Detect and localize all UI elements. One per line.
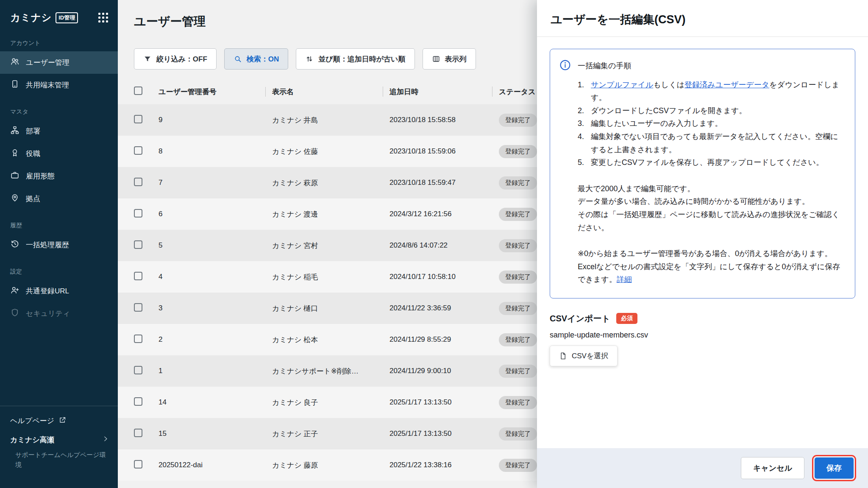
users-icon	[10, 57, 19, 68]
status-badge: 登録完了	[499, 427, 537, 441]
cell-added-at: 2025/1/22 13:38:16	[383, 461, 492, 469]
cell-user-id: 7	[159, 178, 265, 187]
sidebar-item-label: 役職	[26, 149, 40, 159]
sidebar-item-label: 雇用形態	[26, 171, 55, 181]
cell-display-name: カミナシ 良子	[265, 398, 383, 407]
cell-user-id: 2	[159, 335, 265, 344]
select-all-checkbox[interactable]	[134, 86, 142, 95]
status-badge: 登録完了	[499, 239, 537, 252]
cell-user-id: 6	[159, 210, 265, 218]
row-checkbox[interactable]	[134, 209, 142, 218]
csv-import-section: CSVインポート 必須 sample-update-members.csv CS…	[550, 313, 855, 366]
cell-display-name: カミナシ 宮村	[265, 241, 383, 251]
sidebar-item-batch-history[interactable]: 一括処理履歴	[0, 234, 118, 256]
org-chart-icon	[10, 125, 19, 137]
cell-display-name: カミナシサポート※削除…	[265, 366, 383, 376]
cell-display-name: カミナシ 樋口	[265, 304, 383, 313]
csv-select-button[interactable]: CSVを選択	[550, 346, 618, 366]
row-checkbox[interactable]	[134, 335, 142, 343]
sidebar-logo-row: カミナシ ID管理	[0, 10, 118, 28]
sort-button-label: 並び順：追加日時が古い順	[318, 54, 405, 64]
guide-note: 最大で2000人まで編集可能です。 データ量が多い場合、読み込みに時間がかかる可…	[578, 182, 844, 234]
guide-content: 一括編集の手順 1.サンプルファイルもしくは登録済みユーザーデータをダウンロード…	[578, 59, 844, 286]
filter-button-label: 絞り込み：OFF	[156, 54, 207, 64]
sidebar-item-departments[interactable]: 部署	[0, 120, 118, 142]
sidebar-item-user-management[interactable]: ユーザー管理	[0, 51, 118, 74]
status-badge: 登録完了	[499, 365, 537, 378]
cell-added-at: 2024/8/6 14:07:22	[383, 241, 492, 250]
sidebar-section-settings: 設定	[0, 256, 118, 280]
sort-icon	[305, 55, 314, 63]
apps-grid-icon[interactable]	[98, 13, 108, 23]
sidebar-item-security[interactable]: セキュリティ	[0, 302, 118, 325]
sidebar-item-employment-type[interactable]: 雇用形態	[0, 165, 118, 187]
cell-user-id: 3	[159, 304, 265, 312]
search-button[interactable]: 検索：ON	[224, 48, 289, 70]
sidebar-divider	[0, 406, 118, 406]
csv-filename: sample-update-members.csv	[550, 331, 855, 340]
drawer-footer: キャンセル 保存	[537, 448, 868, 488]
sidebar-item-roles[interactable]: 役職	[0, 142, 118, 165]
columns-button[interactable]: 表示列	[423, 48, 476, 70]
cancel-button[interactable]: キャンセル	[741, 457, 804, 479]
row-checkbox-cell	[118, 115, 159, 125]
row-checkbox-cell	[118, 460, 159, 471]
sample-file-link[interactable]: サンプルファイル	[591, 81, 653, 89]
row-checkbox[interactable]	[134, 303, 142, 312]
details-link[interactable]: 詳細	[617, 275, 632, 284]
map-pin-icon	[10, 193, 19, 204]
sidebar-section-master: マスタ	[0, 96, 118, 120]
registered-user-data-link[interactable]: 登録済みユーザーデータ	[684, 81, 769, 89]
cell-user-id: 5	[159, 241, 265, 250]
row-checkbox[interactable]	[134, 178, 142, 186]
cell-user-id: 8	[159, 147, 265, 156]
cell-user-id: 20250122-dai	[159, 461, 265, 469]
user-plus-icon	[10, 285, 19, 297]
sidebar-item-label: セキュリティ	[26, 309, 70, 318]
help-page-link[interactable]: ヘルプページ	[0, 411, 118, 431]
row-checkbox[interactable]	[134, 240, 142, 249]
sidebar-item-locations[interactable]: 拠点	[0, 187, 118, 210]
row-checkbox-cell	[118, 178, 159, 188]
row-checkbox[interactable]	[134, 460, 142, 468]
cell-added-at: 2025/1/17 13:13:50	[383, 398, 492, 407]
bulk-edit-csv-drawer: ユーザーを一括編集(CSV) 一括編集の手順 1.サンプルファイルもしくは登録済…	[537, 0, 868, 488]
cell-added-at: 2024/11/22 3:36:59	[383, 304, 492, 312]
sidebar-item-shared-devices[interactable]: 共用端末管理	[0, 74, 118, 96]
brand: カミナシ ID管理	[10, 11, 78, 24]
csv-import-header: CSVインポート 必須	[550, 313, 855, 324]
cell-user-id: 15	[159, 429, 265, 438]
cell-added-at: 2024/3/12 16:21:56	[383, 210, 492, 218]
search-button-label: 検索：ON	[247, 54, 279, 64]
sort-button[interactable]: 並び順：追加日時が古い順	[296, 48, 415, 70]
guide-step-5: 5.変更したCSVファイルを保存し、再度アップロードしてください。	[578, 156, 844, 169]
columns-button-label: 表示列	[445, 54, 467, 64]
row-checkbox[interactable]	[134, 272, 142, 280]
chevron-right-icon	[102, 435, 109, 445]
account-menu[interactable]: カミナシ高瀬	[0, 431, 118, 448]
row-checkbox-cell	[118, 397, 159, 408]
status-badge: 登録完了	[499, 270, 537, 284]
sidebar-item-common-registration-url[interactable]: 共通登録URL	[0, 280, 118, 302]
row-checkbox[interactable]	[134, 115, 142, 123]
filter-button[interactable]: 絞り込み：OFF	[134, 48, 217, 70]
row-checkbox-cell	[118, 209, 159, 220]
row-checkbox[interactable]	[134, 366, 142, 374]
save-button[interactable]: 保存	[815, 457, 854, 479]
csv-select-button-label: CSVを選択	[572, 351, 608, 361]
guide-step-2: 2.ダウンロードしたCSVファイルを開きます。	[578, 104, 844, 117]
cell-display-name: カミナシ 松本	[265, 335, 383, 345]
row-checkbox[interactable]	[134, 397, 142, 406]
app-root: カミナシ ID管理 アカウント ユーザー管理 共用端末管理 マスタ 部署 役職 …	[0, 0, 868, 488]
row-checkbox-cell	[118, 146, 159, 157]
guide-step-3: 3.編集したいユーザーのみ入力します。	[578, 117, 844, 130]
sidebar-item-label: 共用端末管理	[26, 80, 69, 90]
sidebar: カミナシ ID管理 アカウント ユーザー管理 共用端末管理 マスタ 部署 役職 …	[0, 0, 118, 488]
sidebar-section-account: アカウント	[0, 28, 118, 51]
row-checkbox[interactable]	[134, 429, 142, 437]
guide-note-line-2: データ量が多い場合、読み込みに時間がかかる可能性があります。	[578, 195, 844, 208]
cell-display-name: カミナシ 渡邊	[265, 209, 383, 219]
row-checkbox[interactable]	[134, 146, 142, 155]
guide-warning: ※0から始まるユーザー管理番号がある場合、0が消える場合があります。Excelな…	[578, 247, 844, 286]
shield-icon	[10, 308, 19, 319]
